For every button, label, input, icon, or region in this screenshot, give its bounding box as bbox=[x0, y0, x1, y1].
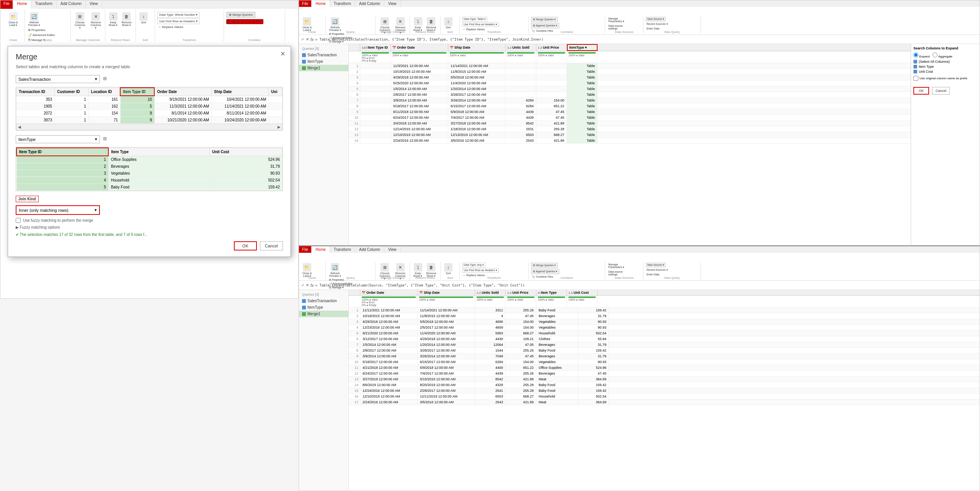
properties-btn[interactable]: ⚙ Properties bbox=[27, 28, 56, 32]
rb-addcol-tab[interactable]: Add Column bbox=[355, 246, 384, 253]
fuzzy-options[interactable]: ▶ Fuzzy matching options bbox=[16, 225, 283, 229]
rt-data-sources-btn[interactable]: Data sourcesettings bbox=[608, 24, 624, 30]
rt-use-original-cb[interactable] bbox=[913, 76, 918, 81]
col-uni[interactable]: Uni bbox=[269, 88, 283, 96]
rt-expand-cancel-btn[interactable]: Cancel bbox=[932, 87, 950, 95]
rb-datatype-btn[interactable]: Data Type: Any ▾ bbox=[462, 263, 485, 267]
col-unit-cost[interactable]: Unit Cost bbox=[210, 148, 283, 156]
rt-refresh-btn[interactable]: 🔄 RefreshPreview ▾ bbox=[328, 17, 342, 32]
dialog-cancel-btn[interactable]: Cancel bbox=[260, 241, 283, 250]
rt-col-ship-date[interactable]: 📅 Ship Date bbox=[448, 44, 506, 51]
remove-rows-btn[interactable]: 🗑 RemoveRows ▾ bbox=[120, 12, 132, 27]
rb-query-merge1[interactable]: Merge1 bbox=[299, 311, 348, 317]
rt-check-icon[interactable]: ✓ bbox=[301, 37, 304, 41]
rb-x-icon[interactable]: ✕ bbox=[306, 283, 309, 287]
merge-queries-new-btn[interactable]: ⊞ Merge Queries as New bbox=[226, 19, 263, 24]
rb-data-sources-btn[interactable]: Data sourcesettings bbox=[608, 270, 624, 276]
rt-item-type-opt[interactable]: Item Type bbox=[913, 65, 977, 69]
advanced-editor-btn[interactable]: 📝 Advanced Editor bbox=[27, 33, 56, 37]
rt-file-tab[interactable]: File bbox=[299, 0, 312, 7]
rb-home-tab[interactable]: Home bbox=[312, 246, 330, 253]
rb-keep-rows-btn[interactable]: ⤵ KeepRows ▾ bbox=[412, 263, 423, 278]
rb-col-order-date[interactable]: 📅 Order Date bbox=[360, 290, 418, 295]
rb-recent-sources-btn[interactable]: Recent Sources ▾ bbox=[646, 268, 669, 272]
rt-select-all-opt[interactable]: (Select All Columns) bbox=[913, 60, 977, 64]
rt-addcol-tab[interactable]: Add Column bbox=[355, 0, 384, 7]
dialog-ok-btn[interactable]: OK bbox=[234, 241, 257, 250]
remove-columns-btn[interactable]: ✕ RemoveColumns ▾ bbox=[89, 12, 103, 30]
sort-btn[interactable]: ↕ Sort bbox=[138, 12, 149, 24]
rb-refresh-btn[interactable]: 🔄 RefreshPreview ▾ bbox=[328, 263, 342, 278]
rb-firstrow-btn[interactable]: Use First Row as Headers ▾ bbox=[462, 268, 499, 273]
close-load-btn[interactable]: 📁 Close & Load ▾ bbox=[4, 12, 22, 27]
rb-check-icon[interactable]: ✓ bbox=[301, 283, 304, 287]
rt-merge-btn[interactable]: ⊞ Merge Queries ▾ bbox=[531, 17, 558, 22]
rb-col-unit-cost[interactable]: 1.2 Unit Cost bbox=[567, 290, 598, 295]
rt-enter-data-btn[interactable]: Enter Data bbox=[646, 27, 660, 30]
rt-close-btn[interactable]: 📁 Close &Load ▾ bbox=[301, 17, 313, 32]
rt-select-all-cb[interactable] bbox=[913, 60, 917, 64]
rb-merge-btn[interactable]: ⊞ Merge Queries ▾ bbox=[531, 263, 558, 268]
col-location-id[interactable]: Location ID bbox=[88, 88, 120, 96]
rt-aggregate-radio[interactable]: Aggregate bbox=[933, 52, 952, 58]
col-ship-date[interactable]: Ship Date bbox=[212, 88, 269, 96]
rt-firstrow-btn[interactable]: Use First Row as Headers ▾ bbox=[462, 22, 499, 27]
rb-manage-btn[interactable]: ☰ Manage ▾ bbox=[328, 286, 345, 290]
rb-sort-btn[interactable]: ↕ Sort bbox=[443, 263, 454, 275]
rb-col-ship-date[interactable]: 📅 Ship Date bbox=[418, 290, 475, 295]
rt-col-units-sold[interactable]: 1.2 Units Sold bbox=[506, 44, 536, 51]
join-kind-dropdown[interactable]: Inner (only matching rows) ▾ bbox=[16, 205, 100, 215]
rt-sort-btn[interactable]: ↕ Sort bbox=[443, 17, 454, 29]
rb-manage-params-btn[interactable]: ManageParameters ▾ bbox=[608, 263, 625, 269]
bg-file-tab[interactable]: File bbox=[0, 0, 13, 9]
rb-view-tab[interactable]: View bbox=[384, 246, 401, 253]
table1-scroll[interactable]: ◀▶ bbox=[16, 124, 283, 130]
rt-unit-cost-opt[interactable]: Unit Cost bbox=[913, 70, 977, 74]
rt-transform-tab[interactable]: Transform bbox=[330, 0, 355, 7]
rb-close-btn[interactable]: 📁 Close &Load ▾ bbox=[301, 263, 313, 278]
first-row-headers-btn[interactable]: Use First Row as Headers ▾ bbox=[157, 18, 199, 24]
rb-new-source-btn[interactable]: New Source ▾ bbox=[646, 263, 666, 267]
rb-adv-editor-btn[interactable]: 📝 Advanced Editor bbox=[328, 282, 353, 286]
data-type-btn[interactable]: Data Type: Whole Number ▾ bbox=[157, 12, 199, 18]
rb-file-tab[interactable]: File bbox=[299, 246, 312, 253]
rt-datatype-btn[interactable]: Data Type: Table ▾ bbox=[462, 17, 487, 21]
replace-values-btn[interactable]: ↔ Replace Values bbox=[157, 25, 184, 29]
bg-home-tab[interactable]: Home bbox=[13, 0, 31, 9]
col-order-date[interactable]: Order Date bbox=[154, 88, 211, 96]
col-customer-id[interactable]: Customer ID bbox=[55, 88, 89, 96]
rb-query-sales[interactable]: SalesTransaction bbox=[299, 298, 348, 304]
rb-query-itemtype[interactable]: ItemType bbox=[299, 304, 348, 311]
table1-selector[interactable]: SalesTransaction ▾ bbox=[16, 75, 100, 83]
rt-col-order-date[interactable]: 📅 Order Date bbox=[391, 44, 448, 51]
rt-remove-rows-btn[interactable]: 🗑 RemoveRows ▾ bbox=[425, 17, 437, 32]
rt-query-sales[interactable]: SalesTransaction bbox=[299, 52, 348, 58]
rt-recent-sources-btn[interactable]: Recent Sources ▾ bbox=[646, 22, 669, 26]
rt-view-tab[interactable]: View bbox=[384, 0, 401, 7]
rb-col-item-type[interactable]: A Item Type bbox=[536, 290, 567, 295]
rb-col-units-sold[interactable]: 1.2 Units Sold bbox=[475, 290, 506, 295]
rt-keep-rows-btn[interactable]: ⤵ KeepRows ▾ bbox=[412, 17, 423, 32]
rt-col-itemtype[interactable]: ItemType ▾ bbox=[567, 44, 598, 51]
rb-enter-data-btn[interactable]: Enter Data bbox=[646, 273, 660, 276]
col-transaction-id[interactable]: Transaction ID bbox=[16, 88, 55, 96]
rb-transform-tab[interactable]: Transform bbox=[330, 246, 355, 253]
rt-col-item-type-id[interactable]: 123 Item Type ID bbox=[360, 44, 391, 51]
col-item-type[interactable]: Item Type bbox=[108, 148, 210, 156]
rt-query-itemtype[interactable]: ItemType bbox=[299, 58, 348, 65]
rt-adv-editor-btn[interactable]: 📝 Advanced Editor bbox=[328, 36, 353, 40]
keep-rows-btn[interactable]: ⤵ KeepRows ▾ bbox=[108, 12, 119, 27]
rt-manage-btn[interactable]: ☰ Manage ▾ bbox=[328, 40, 345, 44]
col-item-type-id-1[interactable]: Item Type ID bbox=[120, 88, 154, 96]
rt-formula-input[interactable] bbox=[315, 38, 977, 41]
bg-addcol-tab[interactable]: Add Column bbox=[57, 0, 86, 9]
rb-formula-input[interactable] bbox=[315, 283, 977, 287]
rb-append-btn[interactable]: ⊞ Append Queries ▾ bbox=[531, 269, 559, 274]
rt-unit-cost-cb[interactable] bbox=[913, 70, 917, 74]
rt-expand-ok-btn[interactable]: OK bbox=[913, 87, 929, 95]
rt-expand-radio[interactable]: Expand bbox=[913, 52, 929, 58]
merge-queries-bg-btn[interactable]: ⊞ Merge Queries bbox=[226, 12, 255, 18]
refresh-preview-btn[interactable]: 🔄 RefreshPreview ▾ bbox=[27, 12, 41, 27]
rb-remove-rows-btn[interactable]: 🗑 RemoveRows ▾ bbox=[425, 263, 437, 278]
table2-selector[interactable]: ItemType ▾ bbox=[16, 135, 100, 143]
